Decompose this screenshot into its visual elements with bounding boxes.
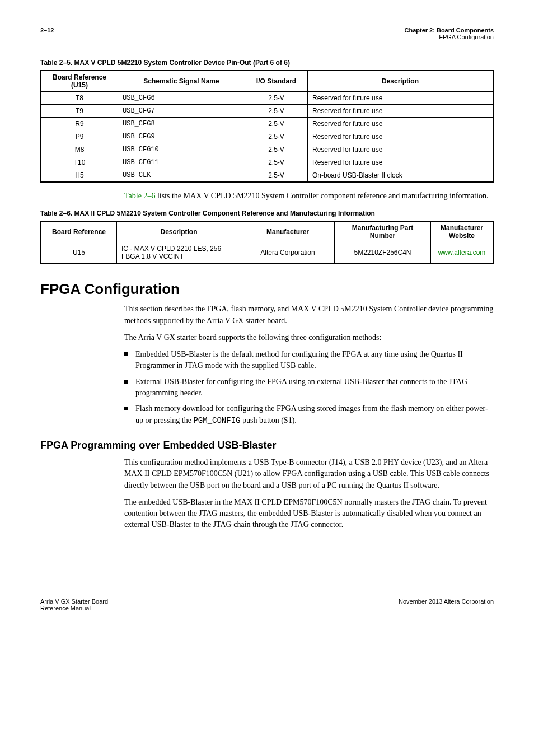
table-row: H5USB_CLK2.5-VOn-board USB-Blaster II cl… xyxy=(41,169,493,183)
table-row: T10USB_CFG112.5-VReserved for future use xyxy=(41,156,493,169)
footer-doc-title: Arria V GX Starter Board xyxy=(40,598,108,605)
th-website: Manufacturer Website xyxy=(431,221,494,242)
table-row: T8USB_CFG62.5-VReserved for future use xyxy=(41,92,493,105)
page-number: 2–12 xyxy=(40,27,54,40)
xref-table-2-6[interactable]: Table 2–6 xyxy=(124,192,155,200)
para-usb-2: The embedded USB-Blaster in the MAX II C… xyxy=(124,497,494,531)
heading-usb-blaster: FPGA Programming over Embedded USB-Blast… xyxy=(40,440,494,451)
para-config-2: The Arria V GX starter board supports th… xyxy=(124,332,494,343)
config-methods-list: Embedded USB-Blaster is the default meth… xyxy=(124,349,494,426)
th-manufacturer: Manufacturer xyxy=(241,221,335,242)
list-item: Flash memory download for configuring th… xyxy=(124,403,494,426)
para-table2-ref: Table 2–6 lists the MAX V CPLD 5M2210 Sy… xyxy=(124,190,494,202)
list-item: External USB-Blaster for configuring the… xyxy=(124,376,494,399)
table-row: P9USB_CFG92.5-VReserved for future use xyxy=(41,130,493,143)
th-part-number: Manufacturing Part Number xyxy=(335,221,431,242)
code-pgm-config: PGM_CONFIG xyxy=(193,416,240,425)
table1-caption: Table 2–5. MAX V CPLD 5M2210 System Cont… xyxy=(40,59,494,67)
th-io-std: I/O Standard xyxy=(245,71,308,92)
footer-date-corp: November 2013 Altera Corporation xyxy=(399,598,494,612)
list-item: Embedded USB-Blaster is the default meth… xyxy=(124,349,494,372)
para-usb-1: This configuration method implements a U… xyxy=(124,457,494,491)
table-row: T9USB_CFG72.5-VReserved for future use xyxy=(41,105,493,118)
th-board-ref: Board Reference (U15) xyxy=(41,71,118,92)
table-row: R9USB_CFG82.5-VReserved for future use xyxy=(41,118,493,130)
running-header: 2–12 Chapter 2: Board Components FPGA Co… xyxy=(40,27,494,43)
table-row: U15 IC - MAX V CPLD 2210 LES, 256 FBGA 1… xyxy=(41,242,493,264)
para-config-1: This section describes the FPGA, flash m… xyxy=(124,304,494,326)
link-altera[interactable]: www.altera.com xyxy=(438,249,486,256)
header-chapter: Chapter 2: Board Components xyxy=(404,27,494,34)
footer-doc-subtitle: Reference Manual xyxy=(40,605,108,612)
th-board-reference: Board Reference xyxy=(41,221,117,242)
heading-fpga-configuration: FPGA Configuration xyxy=(40,281,494,298)
table2-caption: Table 2–6. MAX II CPLD 5M2210 System Con… xyxy=(40,209,494,217)
th-sig-name: Schematic Signal Name xyxy=(118,71,245,92)
th-description: Description xyxy=(117,221,241,242)
table-component: Board Reference Description Manufacturer… xyxy=(40,221,494,264)
header-section: FPGA Configuration xyxy=(404,34,494,40)
table-pinout: Board Reference (U15) Schematic Signal N… xyxy=(40,70,494,183)
page-footer: Arria V GX Starter Board Reference Manua… xyxy=(40,598,494,612)
th-desc: Description xyxy=(308,71,494,92)
table-row: M8USB_CFG102.5-VReserved for future use xyxy=(41,143,493,156)
